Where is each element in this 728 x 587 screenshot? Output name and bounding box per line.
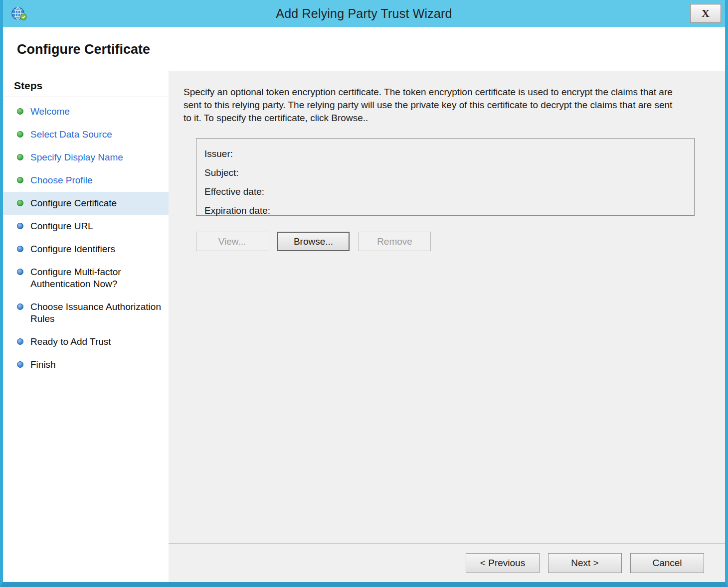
step-item-configure-identifiers: Configure Identifiers (3, 238, 169, 261)
step-item-ready-to-add-trust: Ready to Add Trust (3, 330, 169, 353)
step-item-select-data-source[interactable]: Select Data Source (3, 123, 169, 146)
step-pending-bullet-icon (17, 223, 23, 229)
step-pending-bullet-icon (17, 269, 23, 275)
wizard-footer: < Previous Next > Cancel (169, 543, 725, 582)
wizard-window: Add Relying Party Trust Wizard X Configu… (0, 0, 728, 587)
step-current-bullet-icon (17, 200, 23, 206)
next-button[interactable]: Next > (548, 553, 622, 573)
step-done-bullet-icon (17, 154, 23, 160)
step-item-specify-display-name[interactable]: Specify Display Name (3, 146, 169, 169)
remove-button: Remove (359, 232, 431, 251)
step-item-welcome[interactable]: Welcome (3, 100, 169, 123)
close-button[interactable]: X (690, 4, 721, 23)
step-label: Configure Multi-factor Authentication No… (30, 266, 164, 290)
step-item-choose-profile[interactable]: Choose Profile (3, 169, 169, 192)
browse-button[interactable]: Browse... (277, 232, 350, 251)
cancel-button[interactable]: Cancel (630, 553, 704, 573)
main-panel: Specify an optional token encryption cer… (169, 71, 725, 582)
step-pending-bullet-icon (17, 303, 23, 310)
step-pending-bullet-icon (17, 246, 23, 252)
content-area: Specify an optional token encryption cer… (169, 71, 725, 543)
step-item-configure-certificate: Configure Certificate (3, 192, 169, 215)
effective-date-label: Effective date: (204, 182, 686, 201)
certificate-details-box: Issuer: Subject: Effective date: Expirat… (196, 138, 695, 216)
wizard-body: Steps Welcome Select Data Source Specify… (3, 71, 725, 582)
step-label: Configure Certificate (30, 197, 117, 209)
window-title: Add Relying Party Trust Wizard (3, 6, 725, 21)
step-item-configure-url: Configure URL (3, 215, 169, 238)
title-bar: Add Relying Party Trust Wizard X (3, 0, 725, 27)
step-label: Specify Display Name (30, 151, 123, 163)
previous-button[interactable]: < Previous (466, 553, 540, 573)
step-label: Ready to Add Trust (30, 336, 111, 348)
step-item-choose-issuance-rules: Choose Issuance Authorization Rules (3, 295, 169, 330)
step-item-finish: Finish (3, 353, 169, 376)
step-label: Choose Issuance Authorization Rules (30, 301, 164, 325)
steps-header: Steps (3, 78, 169, 97)
page-header: Configure Certificate (3, 27, 725, 71)
step-label: Configure URL (30, 220, 93, 232)
steps-list: Welcome Select Data Source Specify Displ… (3, 100, 169, 376)
expiration-date-label: Expiration date: (204, 201, 686, 220)
step-item-configure-mfa: Configure Multi-factor Authentication No… (3, 261, 169, 295)
step-pending-bullet-icon (17, 361, 23, 368)
step-done-bullet-icon (17, 108, 23, 115)
page-title: Configure Certificate (17, 42, 725, 57)
view-button: View... (196, 232, 268, 251)
step-label: Finish (30, 359, 56, 371)
steps-sidebar: Steps Welcome Select Data Source Specify… (3, 71, 169, 582)
subject-label: Subject: (204, 163, 686, 182)
description-text: Specify an optional token encryption cer… (183, 86, 677, 125)
certificate-buttons-row: View... Browse... Remove (196, 232, 710, 251)
step-label: Select Data Source (30, 129, 112, 141)
step-done-bullet-icon (17, 177, 23, 183)
step-done-bullet-icon (17, 131, 23, 138)
step-label: Configure Identifiers (30, 243, 115, 255)
issuer-label: Issuer: (204, 145, 686, 163)
step-label: Welcome (30, 106, 70, 118)
step-pending-bullet-icon (17, 338, 23, 345)
step-label: Choose Profile (30, 174, 93, 186)
